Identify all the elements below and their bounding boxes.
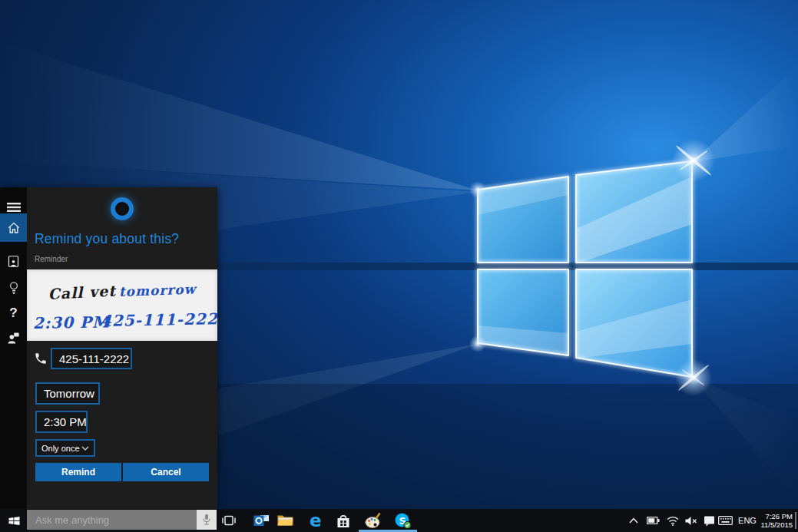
sidebar-item-notebook[interactable] (0, 249, 27, 273)
sidebar-item-home[interactable] (0, 213, 27, 242)
file-explorer-icon (277, 514, 293, 527)
sidebar-item-feedback[interactable] (0, 326, 27, 349)
tray-action-center-button[interactable] (701, 513, 717, 528)
recurrence-dropdown[interactable]: Only once (35, 439, 95, 457)
windows-logo-icon (8, 514, 21, 527)
sidebar-item-help[interactable]: ? (0, 302, 27, 325)
tray-keyboard-button[interactable] (717, 513, 733, 528)
taskbar-app-outlook[interactable] (252, 511, 270, 530)
note-text-black: Call vet (48, 282, 118, 302)
tray-wifi-button[interactable] (665, 513, 680, 528)
help-icon: ? (9, 306, 17, 321)
microphone-icon (202, 514, 211, 526)
taskbar-app-file-explorer[interactable] (276, 511, 294, 530)
cortana-main: Remind you about this? Reminder Call vet… (27, 187, 217, 509)
volume-muted-icon (685, 516, 697, 526)
time-field[interactable]: 2:30 PM (35, 411, 88, 433)
note-written-phone: 425-111-2222 (101, 309, 217, 330)
store-icon (336, 513, 351, 529)
hamburger-icon (7, 202, 21, 213)
tray-language-button[interactable]: ENG (737, 509, 758, 532)
tray-clock-button[interactable]: 7:26 PM 11/5/2015 (759, 509, 793, 532)
cortana-search-box (27, 510, 217, 530)
microphone-button[interactable] (197, 510, 217, 530)
chevron-down-icon (81, 446, 89, 451)
edge-icon: e (307, 511, 326, 530)
handwritten-note-preview: Call vet tomorrow 2:30 PM 425-111-2222 (27, 269, 217, 341)
recurrence-value: Only once (41, 444, 81, 453)
paint-icon (365, 512, 382, 529)
date-field[interactable]: Tomorrow (35, 382, 100, 405)
sidebar-item-ideas[interactable] (0, 276, 27, 299)
phone-icon (34, 352, 48, 365)
wifi-icon (667, 516, 679, 526)
task-view-icon (222, 515, 236, 526)
reminder-title: Remind you about this? (35, 231, 179, 247)
taskbar-app-store[interactable] (334, 511, 353, 530)
cortana-sidebar: ? (0, 187, 27, 509)
show-desktop-button[interactable] (795, 512, 796, 529)
outlook-icon (253, 513, 270, 528)
tray-battery-button[interactable] (645, 513, 661, 528)
taskbar-app-edge[interactable]: e (307, 511, 326, 530)
phone-number-field[interactable]: 425-111-2222 (51, 348, 132, 369)
keyboard-icon (718, 516, 733, 525)
notebook-icon (7, 255, 20, 268)
feedback-person-icon (7, 332, 20, 345)
cortana-panel: ? Remind you about this? Reminder Call v… (0, 187, 217, 509)
tray-volume-button[interactable] (684, 513, 699, 528)
taskbar-app-paint[interactable] (364, 511, 382, 530)
tray-time: 7:26 PM (766, 512, 793, 520)
battery-icon (647, 517, 660, 524)
task-view-button[interactable] (220, 511, 238, 530)
cortana-logo-icon (111, 197, 134, 220)
taskbar-app-skype[interactable]: S (393, 511, 412, 530)
handwriting: Call vet tomorrow 2:30 PM 425-111-2222 (27, 269, 217, 341)
chevron-up-icon (629, 517, 638, 524)
remind-button[interactable]: Remind (35, 463, 121, 481)
note-text-blue: tomorrow (118, 281, 197, 299)
desktop: ? Remind you about this? Reminder Call v… (0, 0, 798, 532)
search-input[interactable] (27, 510, 197, 530)
tray-show-hidden-button[interactable] (626, 513, 641, 528)
start-button[interactable] (5, 511, 23, 530)
reminder-category-label: Reminder (35, 255, 68, 263)
home-icon (7, 221, 21, 235)
action-center-icon (704, 515, 715, 527)
lightbulb-icon (8, 281, 20, 295)
tray-date: 11/5/2015 (760, 520, 793, 529)
cancel-button[interactable]: Cancel (123, 463, 209, 481)
skype-icon: S (394, 512, 412, 530)
svg-text:e: e (310, 511, 322, 530)
taskbar: e (0, 509, 798, 532)
